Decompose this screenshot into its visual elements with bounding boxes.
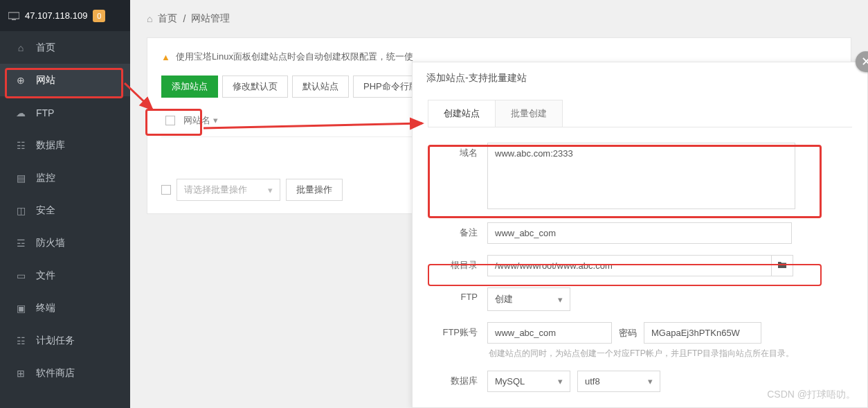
sidebar-header: 47.107.118.109 0 [0,0,130,31]
ftp-hint: 创建站点的同时，为站点创建一个对应FTP帐户，并且FTP目录指向站点所在目录。 [489,348,852,360]
modal-body: 域名 备注 根目录 FTP 创建 FTP账号 密码 [428,127,852,392]
ftp-select[interactable]: 创建 [487,287,570,311]
breadcrumb: ⌂ 首页 / 网站管理 [147,10,851,37]
col-sitename[interactable]: 网站名 [183,114,218,127]
watermark: CSDN @打球唔叻。 [767,389,856,401]
label-root: 根目录 [428,255,487,272]
add-site-modal: 添加站点-支持批量建站 创建站点 批量创建 域名 备注 根目录 FTP 创建 F… [412,62,868,408]
server-ip: 47.107.118.109 [25,10,87,21]
batch-checkbox[interactable] [161,185,171,195]
add-site-button[interactable]: 添加站点 [161,76,218,98]
sidebar-item-security[interactable]: ◫安全 [0,194,130,227]
task-icon: ☷ [15,335,26,346]
sidebar-item-monitor[interactable]: ▤监控 [0,161,130,194]
modal-tabs: 创建站点 批量创建 [428,100,563,127]
tab-create-site[interactable]: 创建站点 [428,100,496,127]
sidebar: 47.107.118.109 0 ⌂首页 ⊕网站 ☁FTP ☷数据库 ▤监控 ◫… [0,0,130,408]
terminal-icon: ▣ [15,303,26,314]
label-ftp-account: FTP账号 [428,322,487,339]
sidebar-item-home[interactable]: ⌂首页 [0,31,130,64]
svg-rect-1 [12,19,16,20]
label-ftp: FTP [428,287,487,302]
breadcrumb-current: 网站管理 [191,12,230,25]
app-icon: ⊞ [15,368,26,379]
shield-icon: ◫ [15,205,26,216]
server-icon [8,12,19,20]
database-icon: ☷ [15,140,26,151]
firewall-icon: ☲ [15,238,26,249]
label-database: 数据库 [428,371,487,387]
breadcrumb-home-icon: ⌂ [147,13,152,24]
default-site-button[interactable]: 默认站点 [292,76,349,98]
folder-icon: ▭ [15,270,26,281]
modal-title: 添加站点-支持批量建站 [413,62,867,94]
label-domain: 域名 [428,143,487,159]
batch-select[interactable]: 请选择批量操作 [177,179,280,201]
warning-icon: ▲ [161,52,170,62]
db-type-select[interactable]: MySQL [487,371,570,392]
sidebar-item-software[interactable]: ⊞软件商店 [0,357,130,389]
notification-badge[interactable]: 0 [93,10,105,22]
ftp-pass-input[interactable] [644,322,761,344]
root-path-input[interactable] [487,255,771,276]
warning-text: 使用宝塔Linux面板创建站点时会自动创建权限配置，统一使 [176,51,413,63]
label-remark: 备注 [428,222,487,239]
breadcrumb-home[interactable]: 首页 [158,12,177,25]
browse-folder-icon[interactable] [771,255,793,276]
sidebar-item-website[interactable]: ⊕网站 [0,64,130,96]
monitor-icon: ▤ [15,172,26,184]
select-all-checkbox[interactable] [165,116,175,125]
globe-icon: ⊕ [15,75,26,86]
sidebar-item-ftp[interactable]: ☁FTP [0,96,130,129]
home-icon: ⌂ [15,42,26,53]
ftp-user-input[interactable] [487,322,612,344]
breadcrumb-sep: / [183,13,186,24]
sidebar-item-firewall[interactable]: ☲防火墙 [0,227,130,259]
sidebar-item-terminal[interactable]: ▣终端 [0,292,130,324]
modify-default-button[interactable]: 修改默认页 [222,76,288,98]
svg-rect-0 [8,12,19,19]
sidebar-item-files[interactable]: ▭文件 [0,259,130,292]
label-password: 密码 [619,327,637,339]
ftp-icon: ☁ [15,107,26,118]
sidebar-item-cron[interactable]: ☷计划任务 [0,324,130,357]
db-charset-select[interactable]: utf8 [577,371,660,392]
tab-batch-create[interactable]: 批量创建 [496,100,562,127]
sidebar-item-database[interactable]: ☷数据库 [0,129,130,161]
domain-input[interactable] [487,143,795,209]
remark-input[interactable] [487,222,792,244]
batch-action-button[interactable]: 批量操作 [286,179,343,201]
